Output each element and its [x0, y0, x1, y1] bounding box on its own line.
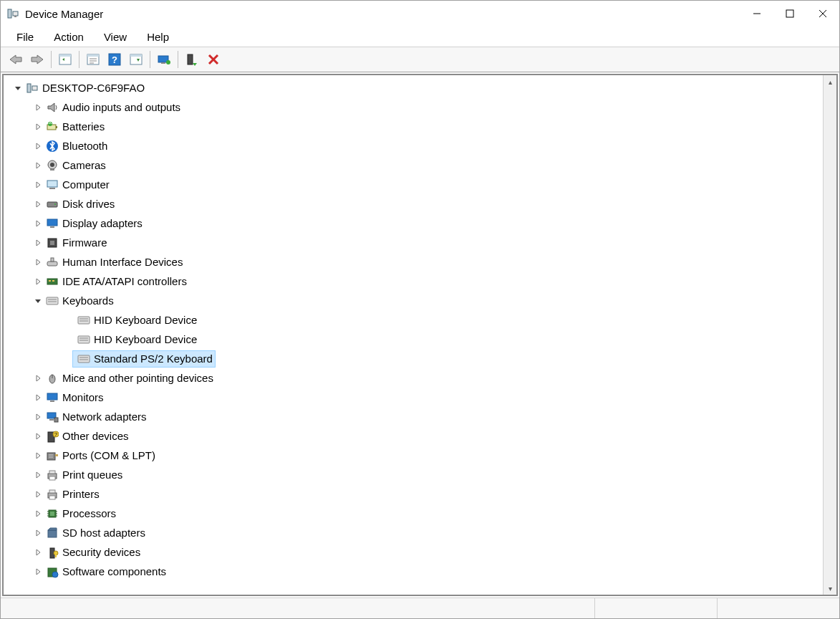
tree-category[interactable]: Network adapters — [6, 407, 823, 426]
tree-container: DESKTOP-C6F9FAOAudio inputs and outputsB… — [2, 74, 838, 596]
tree-category[interactable]: Batteries — [6, 117, 823, 136]
chevron-right-icon[interactable] — [32, 375, 44, 382]
device-manager-window: Device Manager File Action View Help ? D… — [0, 0, 840, 619]
scroll-down-icon[interactable]: ▾ — [824, 582, 836, 595]
software-icon — [45, 565, 59, 579]
tree-category[interactable]: Mice and other pointing devices — [6, 368, 823, 388]
device-tree[interactable]: DESKTOP-C6F9FAOAudio inputs and outputsB… — [4, 75, 823, 595]
close-button[interactable] — [806, 1, 839, 27]
svg-marker-112 — [37, 530, 40, 536]
tree-label: HID Keyboard Device — [94, 314, 197, 326]
chevron-right-icon[interactable] — [32, 529, 44, 537]
svg-marker-32 — [37, 105, 40, 110]
minimize-button[interactable] — [740, 1, 773, 27]
tree-category[interactable]: Ports (COM & LPT) — [6, 446, 823, 465]
back-button[interactable] — [5, 49, 26, 69]
menu-action[interactable]: Action — [45, 29, 92, 44]
chevron-right-icon[interactable] — [32, 123, 44, 130]
scan-hardware-button[interactable] — [125, 49, 147, 69]
chevron-right-icon[interactable] — [32, 162, 44, 169]
chevron-right-icon[interactable] — [32, 104, 44, 111]
chevron-right-icon[interactable] — [32, 510, 44, 517]
tree-category[interactable]: Printers — [6, 484, 823, 504]
svg-rect-31 — [32, 86, 37, 90]
tree-category[interactable]: Software components — [6, 562, 823, 581]
svg-marker-38 — [37, 143, 40, 149]
chevron-right-icon[interactable] — [32, 181, 44, 188]
tree-category[interactable]: SD host adapters — [6, 523, 823, 542]
status-cell — [594, 598, 717, 618]
tree-root[interactable]: DESKTOP-C6F9FAO — [6, 78, 823, 97]
tree-category[interactable]: Disk drives — [6, 194, 823, 213]
svg-marker-7 — [10, 55, 21, 64]
chevron-right-icon[interactable] — [32, 433, 44, 440]
chevron-right-icon[interactable] — [32, 143, 44, 150]
vertical-scrollbar[interactable]: ▴ ▾ — [823, 75, 836, 595]
chevron-right-icon[interactable] — [32, 220, 44, 227]
scroll-up-icon[interactable]: ▴ — [824, 75, 836, 88]
svg-rect-73 — [78, 355, 90, 363]
chevron-right-icon[interactable] — [32, 413, 44, 421]
tree-category[interactable]: IDE ATA/ATAPI controllers — [6, 272, 823, 291]
keyboard-icon — [77, 313, 91, 327]
tree-category[interactable]: Security devices — [6, 542, 823, 562]
svg-point-49 — [54, 203, 56, 205]
chevron-right-icon[interactable] — [32, 394, 44, 401]
svg-marker-44 — [37, 182, 40, 188]
chevron-down-icon[interactable] — [12, 85, 24, 92]
chevron-right-icon[interactable] — [32, 201, 44, 208]
forward-button[interactable] — [26, 49, 48, 69]
tree-category[interactable]: Bluetooth — [6, 136, 823, 155]
tree-label: Standard PS/2 Keyboard — [94, 352, 213, 365]
chevron-down-icon[interactable] — [32, 297, 44, 304]
tree-category[interactable]: Firmware — [6, 233, 823, 252]
menu-help[interactable]: Help — [138, 29, 178, 44]
chevron-right-icon[interactable] — [32, 239, 44, 246]
tree-category[interactable]: Monitors — [6, 388, 823, 407]
menu-view[interactable]: View — [95, 29, 135, 44]
chevron-right-icon[interactable] — [32, 452, 44, 459]
svg-marker-95 — [37, 472, 40, 478]
separator — [79, 51, 79, 68]
tree-category[interactable]: Cameras — [6, 155, 823, 175]
chevron-right-icon[interactable] — [32, 471, 44, 479]
svg-marker-82 — [37, 414, 40, 420]
tree-category[interactable]: ?Other devices — [6, 426, 823, 446]
disable-device-button[interactable] — [203, 49, 224, 69]
tree-category[interactable]: Print queues — [6, 465, 823, 484]
svg-rect-84 — [49, 419, 54, 421]
tree-label: Batteries — [62, 120, 105, 133]
svg-point-24 — [166, 60, 170, 64]
show-hide-tree-button[interactable] — [54, 49, 76, 69]
svg-marker-115 — [37, 550, 40, 555]
tree-category[interactable]: Processors — [6, 504, 823, 523]
enable-device-button[interactable] — [181, 49, 203, 69]
svg-text:?: ? — [112, 54, 117, 65]
svg-rect-91 — [47, 453, 55, 460]
toolbar: ? — [1, 47, 839, 72]
chevron-right-icon[interactable] — [32, 549, 44, 556]
tree-device[interactable]: Standard PS/2 Keyboard — [6, 349, 823, 368]
tree-label: Printers — [62, 488, 100, 500]
update-driver-button[interactable] — [153, 49, 175, 69]
tree-category[interactable]: Computer — [6, 175, 823, 194]
chevron-right-icon[interactable] — [32, 259, 44, 266]
tree-category[interactable]: Human Interface Devices — [6, 252, 823, 272]
chevron-right-icon[interactable] — [32, 278, 44, 285]
properties-button[interactable] — [82, 49, 104, 69]
svg-rect-98 — [49, 476, 55, 480]
tree-device[interactable]: HID Keyboard Device — [6, 310, 823, 330]
maximize-button[interactable] — [773, 1, 806, 27]
chevron-right-icon[interactable] — [32, 491, 44, 498]
help-button[interactable]: ? — [104, 49, 125, 69]
tree-category[interactable]: Display adapters — [6, 213, 823, 233]
svg-marker-76 — [37, 375, 40, 381]
keyboard-icon — [45, 294, 59, 308]
menu-file[interactable]: File — [8, 29, 42, 44]
tree-category[interactable]: Audio inputs and outputs — [6, 97, 823, 117]
tree-device[interactable]: HID Keyboard Device — [6, 330, 823, 349]
svg-marker-53 — [37, 240, 40, 246]
chevron-right-icon[interactable] — [32, 568, 44, 575]
tree-category[interactable]: Keyboards — [6, 291, 823, 310]
svg-rect-43 — [50, 169, 54, 171]
